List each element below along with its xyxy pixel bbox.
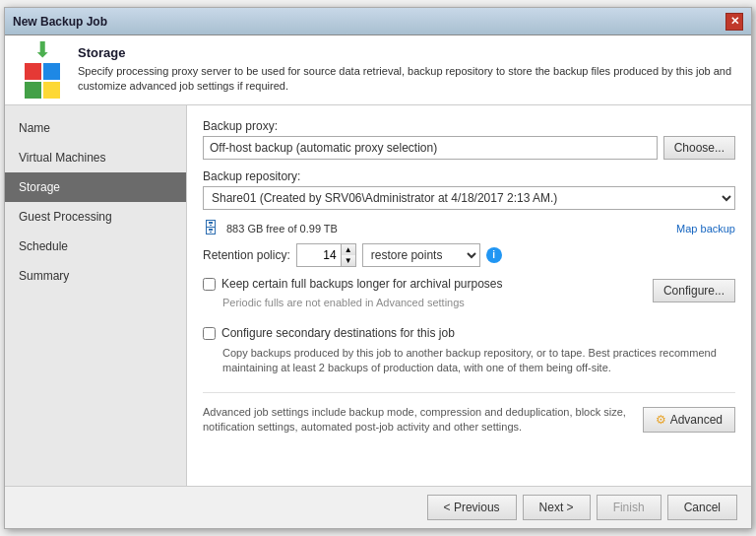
sidebar-item-schedule[interactable]: Schedule bbox=[5, 232, 186, 261]
storage-info: 🗄 883 GB free of 0.99 TB Map backup bbox=[203, 220, 735, 237]
advanced-button[interactable]: ⚙ Advanced bbox=[643, 407, 735, 433]
sidebar-item-summary[interactable]: Summary bbox=[5, 261, 186, 291]
window-title: New Backup Job bbox=[13, 15, 107, 29]
sidebar-item-name[interactable]: Name bbox=[5, 113, 186, 143]
advanced-text: Advanced job settings include backup mod… bbox=[203, 405, 631, 436]
backup-proxy-input-row: Choose... bbox=[203, 136, 735, 160]
backup-proxy-label: Backup proxy: bbox=[203, 119, 735, 133]
main-window: New Backup Job ✕ ⬇ Storage Specify proce… bbox=[4, 7, 752, 529]
storage-free-text: 883 GB free of 0.99 TB bbox=[226, 223, 668, 234]
secondary-checkbox[interactable] bbox=[203, 327, 216, 340]
spinner-up-button[interactable]: ▲ bbox=[342, 244, 355, 255]
backup-repository-label: Backup repository: bbox=[203, 169, 735, 183]
advanced-button-label: Advanced bbox=[670, 413, 723, 427]
advanced-section: Advanced job settings include backup mod… bbox=[203, 392, 735, 436]
spinner-buttons: ▲ ▼ bbox=[341, 243, 356, 267]
block-red bbox=[25, 63, 41, 80]
close-button[interactable]: ✕ bbox=[725, 13, 743, 31]
veeam-storage-icon: ⬇ bbox=[25, 39, 60, 99]
block-green bbox=[25, 82, 41, 99]
archival-sublabel: Periodic fulls are not enabled in Advanc… bbox=[222, 297, 653, 308]
gear-icon: ⚙ bbox=[656, 413, 666, 427]
retention-unit-select[interactable]: restore points days weeks months bbox=[362, 243, 480, 267]
backup-proxy-row: Backup proxy: Choose... bbox=[203, 119, 735, 160]
retention-value-input[interactable] bbox=[296, 243, 341, 267]
main-content: Name Virtual Machines Storage Guest Proc… bbox=[5, 105, 751, 486]
backup-repository-select[interactable]: Share01 (Created by SRV06\Administrator … bbox=[203, 186, 735, 210]
veeam-blocks-icon bbox=[25, 63, 60, 99]
cancel-button[interactable]: Cancel bbox=[667, 495, 737, 520]
block-yellow bbox=[43, 82, 60, 99]
footer: < Previous Next > Finish Cancel bbox=[5, 486, 751, 528]
header-text: Storage Specify processing proxy server … bbox=[78, 45, 737, 95]
header-section: ⬇ Storage Specify processing proxy serve… bbox=[5, 35, 751, 105]
sidebar-item-guest-processing[interactable]: Guest Processing bbox=[5, 202, 186, 232]
secondary-checkbox-row: Configure secondary destinations for thi… bbox=[203, 326, 735, 340]
archival-checkbox-row: Keep certain full backups longer for arc… bbox=[203, 277, 653, 291]
archival-row: Keep certain full backups longer for arc… bbox=[203, 277, 735, 316]
choose-button[interactable]: Choose... bbox=[663, 136, 735, 160]
finish-button[interactable]: Finish bbox=[597, 495, 662, 520]
secondary-row: Configure secondary destinations for thi… bbox=[203, 326, 735, 376]
retention-spinner: ▲ ▼ bbox=[296, 243, 356, 267]
map-backup-link[interactable]: Map backup bbox=[676, 223, 735, 234]
title-bar: New Backup Job ✕ bbox=[5, 8, 751, 35]
secondary-desc: Copy backups produced by this job to ano… bbox=[222, 346, 735, 376]
archival-checkbox[interactable] bbox=[203, 278, 216, 291]
next-button[interactable]: Next > bbox=[523, 495, 591, 520]
configure-button[interactable]: Configure... bbox=[653, 279, 735, 302]
info-icon[interactable]: i bbox=[486, 247, 502, 263]
sidebar: Name Virtual Machines Storage Guest Proc… bbox=[5, 105, 187, 486]
spinner-down-button[interactable]: ▼ bbox=[342, 255, 355, 266]
backup-repository-row: Backup repository: Share01 (Created by S… bbox=[203, 169, 735, 210]
previous-button[interactable]: < Previous bbox=[427, 495, 517, 520]
retention-label: Retention policy: bbox=[203, 248, 290, 262]
backup-proxy-input[interactable] bbox=[203, 136, 658, 160]
retention-policy-row: Retention policy: ▲ ▼ restore points day… bbox=[203, 243, 735, 267]
content-area: Backup proxy: Choose... Backup repositor… bbox=[187, 105, 751, 486]
block-blue bbox=[43, 63, 60, 80]
secondary-checkbox-label[interactable]: Configure secondary destinations for thi… bbox=[221, 326, 455, 340]
archival-checkbox-label[interactable]: Keep certain full backups longer for arc… bbox=[221, 277, 503, 291]
backup-repository-input-row: Share01 (Created by SRV06\Administrator … bbox=[203, 186, 735, 210]
header-icon-container: ⬇ bbox=[19, 45, 66, 93]
sidebar-item-storage[interactable]: Storage bbox=[5, 172, 186, 202]
sidebar-item-virtual-machines[interactable]: Virtual Machines bbox=[5, 143, 186, 172]
arrow-down-icon: ⬇ bbox=[33, 39, 51, 61]
header-description: Specify processing proxy server to be us… bbox=[78, 64, 737, 95]
storage-db-icon: 🗄 bbox=[203, 220, 219, 237]
header-title: Storage bbox=[78, 45, 737, 60]
archival-left: Keep certain full backups longer for arc… bbox=[203, 277, 653, 316]
